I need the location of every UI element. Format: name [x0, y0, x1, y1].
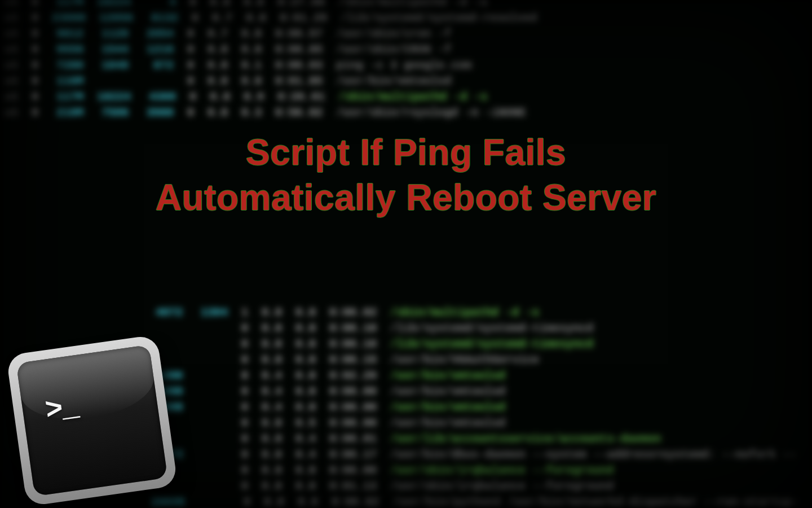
process-row: 4072130410.80.80:00.02/sbin/multipathd -…	[147, 305, 812, 321]
process-row: uS0116M00.80.80:01.85/usr/bin/vmtoolsd	[0, 73, 812, 89]
terminal-app-icon: >_	[6, 335, 178, 507]
process-row: uS02300012056813200.70.80:01.29/lib/syst…	[0, 10, 812, 26]
process-row: 00.80.80:01.13/usr/sbin/irqbalance --for…	[147, 479, 812, 494]
process-row: 138000.40.80:00.00/usr/bin/vmtoolsd	[147, 384, 812, 400]
process-row: 138080.40.80:02.29/usr/bin/vmtoolsd	[147, 368, 812, 384]
process-row: 407200.80.40:00.17/usr/bin/dbus-daemon -…	[147, 447, 812, 463]
process-row: 00.80.50:00.00/usr/bin/vmtoolsd	[147, 415, 812, 431]
terminal-icon-prompt: >_	[43, 391, 80, 428]
process-row: uS0117M18224400.80.80:27.08/sbin/multipa…	[0, 0, 812, 10]
process-row: 2003600.80.60:00.62/usr/bin/python3 /usr…	[147, 494, 812, 508]
process-row: uS098121120205400.70.80:00.57/usr/sbin/c…	[0, 26, 812, 42]
process-row: 138000.40.80:00.00/usr/bin/vmtoolsd	[147, 400, 812, 415]
process-row: uS0210M7506398000.80.30:56.02/usr/sbin/r…	[0, 105, 812, 121]
process-row: uS0117M18224430000.80.90:26.01/sbin/mult…	[0, 89, 812, 105]
headline: Script If Ping Fails Automatically Reboo…	[0, 130, 812, 220]
process-row: 00.80.80:00.10/lib/systemd/systemd-times…	[147, 336, 812, 352]
process-row: uS095561544121600.80.80:00.85/usr/sbin/C…	[0, 42, 812, 58]
process-row: uS07280184087200.80.10:00.03ping -c 3 go…	[0, 58, 812, 73]
headline-line-1: Script If Ping Fails	[246, 132, 566, 173]
process-row: 00.80.80:00.00/usr/sbin/irqbalance --for…	[147, 463, 812, 479]
headline-line-2: Automatically Reboot Server	[156, 177, 656, 218]
terminal-icon-screen: >_	[16, 345, 168, 497]
process-row: 00.80.80:00.15/usr/bin/VGAuthService	[147, 352, 812, 368]
process-row: 00.80.40:00.01/usr/lib/accountsservice/a…	[147, 431, 812, 447]
process-row: 00.80.80:00.10/lib/systemd/systemd-times…	[147, 321, 812, 336]
